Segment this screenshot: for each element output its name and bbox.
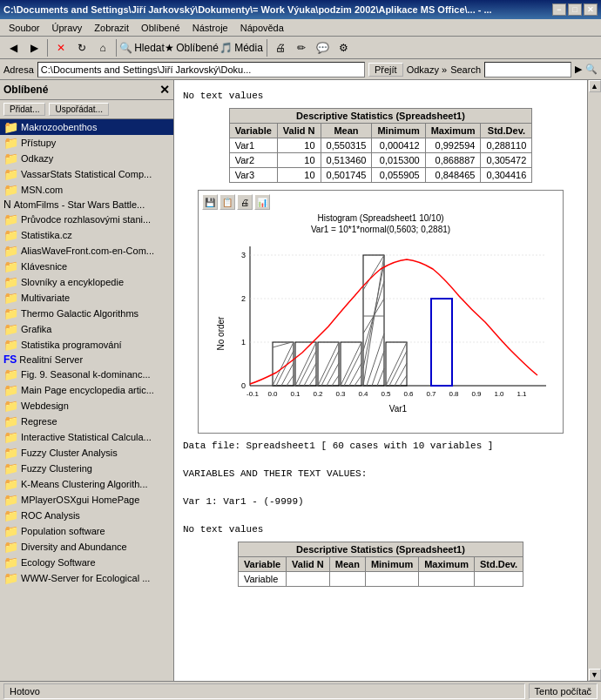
sidebar-actions: Přidat... Uspořádat... [0,100,173,119]
status-hotovo: Hotovo [3,683,525,699]
sidebar-item-pristupy[interactable]: 📁 Přístupy [0,135,173,151]
x-tick-12: 1.1 [517,390,527,398]
hist-print-btn[interactable]: 🖨 [237,194,253,210]
organize-button[interactable]: Uspořádat... [49,103,108,116]
sidebar-item-kmeans[interactable]: 📁 K-Means Clustering Algorith... [0,476,173,492]
sidebar-item-label: VassarStats Statistical Comp... [21,169,152,179]
close-button[interactable]: ✕ [584,3,598,16]
add-button[interactable]: Přidat... [3,103,45,116]
discuss-button[interactable]: 💬 [313,38,332,57]
sidebar-item-makrozoobenthos[interactable]: 📁 Makrozoobenthos [0,119,173,135]
scroll-down-button[interactable]: ▼ [589,669,601,681]
sidebar-item-thermo[interactable]: 📁 Thermo Galactic Algorithms [0,306,173,321]
sidebar-item-regrese[interactable]: 📁 Regrese [0,414,173,429]
stats-table-2: Descriptive Statistics (Spreadsheet1) Va… [238,542,523,587]
sidebar-item-label: Ecology Software [21,557,96,568]
y-tick-3: 3 [241,251,246,259]
scroll-track[interactable]: ▲ ▼ [587,80,601,681]
sidebar-item-webdesign[interactable]: 📁 Webdesign [0,398,173,414]
var1-text: Var 1: Var1 - (-9999) [183,496,578,507]
sidebar-item-odkazy[interactable]: 📁 Odkazy [0,151,173,166]
edit-button[interactable]: ✏ [292,38,311,57]
bar-1-hatch-3 [281,363,294,386]
sidebar-item-www-server[interactable]: 📁 WWW-Server for Ecological ... [0,570,173,586]
menu-soubor[interactable]: Soubor [3,21,44,35]
sidebar-item-realitni[interactable]: FS Realitní Server [0,353,173,367]
folder-icon: 📁 [3,571,18,585]
sidebar-item-interactive[interactable]: 📁 Interactive Statistical Calcula... [0,429,173,445]
hist-save-btn[interactable]: 💾 [202,194,218,210]
x-tick-6: 0.5 [381,390,391,398]
variables-text: VARIABLES AND THEIR TEXT VALUES: [183,468,578,479]
table-row: Variable [238,572,523,587]
menu-upravy[interactable]: Úpravy [46,21,87,35]
back-button[interactable]: ◀ [3,38,23,57]
sidebar-item-statistika[interactable]: 📁 Statistika.cz [0,227,173,243]
sidebar-header: Oblíbené ✕ [0,80,173,100]
hist-options-btn[interactable]: 📊 [254,194,270,210]
stats-table-1: Descriptive Statistics (Spreadsheet1) Va… [229,108,533,183]
x-tick-2: 0.1 [290,390,300,398]
scroll-up-button[interactable]: ▲ [589,80,601,92]
sidebar-item-statistika-prog[interactable]: 📁 Statistika programování [0,337,173,353]
col2-valid-n: Valid N [287,557,330,572]
maximize-button[interactable]: □ [568,3,582,16]
x-tick-8: 0.7 [426,390,436,398]
extra-button[interactable]: ⚙ [334,38,353,57]
sidebar-item-population[interactable]: 📁 Population software [0,523,173,539]
sidebar-item-label: Interactive Statistical Calcula... [21,432,152,442]
address-label: Adresa [3,64,34,75]
search-go-icon[interactable]: ▶ [575,64,582,75]
sidebar-item-multivariate[interactable]: 📁 Multivariate [0,290,173,306]
go-button[interactable]: Přejít [368,63,403,77]
sidebar-item-ecology[interactable]: 📁 Ecology Software [0,555,173,570]
title-text: C:\Documents and Settings\Jiří Jarkovský… [3,4,492,15]
sidebar-item-msn[interactable]: 📁 MSN.com [0,182,173,198]
favorites-button[interactable]: ★ Oblíbené [165,38,218,57]
search-options-icon[interactable]: 🔍 [585,64,598,75]
home-button[interactable]: ⌂ [93,38,112,57]
refresh-button[interactable]: ↻ [72,38,91,57]
sidebar-item-mplayer[interactable]: 📁 MPlayerOSXgui HomePage [0,492,173,508]
menu-napoveda[interactable]: Nápověda [235,21,289,35]
forward-button[interactable]: ▶ [24,38,44,57]
sidebar-item-grafika[interactable]: 📁 Grafika [0,321,173,337]
folder-icon: 📁 [3,414,18,428]
menu-nastroje[interactable]: Nástroje [187,21,233,35]
menu-zobrazit[interactable]: Zobrazit [89,21,134,35]
folder-icon: 📁 [3,461,18,475]
sidebar-item-klavesnice[interactable]: 📁 Klávesnice [0,259,173,274]
minimize-button[interactable]: − [552,3,566,16]
favorites-label: Oblíbené [176,42,219,54]
sidebar-item-fig9[interactable]: 📁 Fig. 9. Seasonal k-dominanc... [0,367,173,382]
histogram-title: Histogram (Spreadsheet1 10/10) [202,213,559,223]
print-button[interactable]: 🖨 [271,38,290,57]
sidebar-item-pruvodce[interactable]: 📁 Průvodce rozhlasovými stani... [0,212,173,227]
sidebar-list: 📁 Makrozoobenthos 📁 Přístupy 📁 Odkazy 📁 … [0,119,173,681]
sidebar-close-icon[interactable]: ✕ [159,83,170,97]
bar-6-hatch-3 [395,363,407,386]
sidebar-item-alias[interactable]: 📁 AliasWaveFront.com-en-Com... [0,243,173,259]
no-text-values-2: No text values [183,524,578,535]
sidebar-item-fuzzy-clustering[interactable]: 📁 Fuzzy Clustering [0,461,173,476]
toolbar: ◀ ▶ ✕ ↻ ⌂ 🔍 Hledat ★ Oblíbené 🎵 Média 🖨 … [0,37,601,59]
sidebar-item-slovniky[interactable]: 📁 Slovníky a encyklopedie [0,274,173,290]
sidebar-item-atomfilms[interactable]: N AtomFilms - Star Wars Battle... [0,198,173,212]
table2-title: Descriptive Statistics (Spreadsheet1) [238,542,523,557]
sidebar-item-vassar[interactable]: 📁 VassarStats Statistical Comp... [0,166,173,182]
cell-var3-max: 0,848465 [425,168,481,183]
media-button[interactable]: 🎵 Média [219,38,263,57]
search-input[interactable] [484,62,571,77]
links-button[interactable]: Odkazy » [407,64,447,75]
search-button[interactable]: 🔍 Hledat [120,38,164,57]
address-input[interactable] [37,62,365,77]
stop-button[interactable]: ✕ [51,38,71,57]
sidebar-item-diversity[interactable]: 📁 Diversity and Abundance [0,539,173,555]
folder-icon: 📁 [3,524,18,538]
sidebar-item-fuzzy-cluster[interactable]: 📁 Fuzzy Cluster Analysis [0,445,173,461]
hist-copy-btn[interactable]: 📋 [219,194,235,210]
sidebar-item-roc[interactable]: 📁 ROC Analysis [0,508,173,523]
menu-oblibene[interactable]: Oblíbené [136,21,186,35]
search-label: Hledat [134,42,165,54]
sidebar-item-mainpage[interactable]: 📁 Main Page encyclopedia artic... [0,382,173,398]
